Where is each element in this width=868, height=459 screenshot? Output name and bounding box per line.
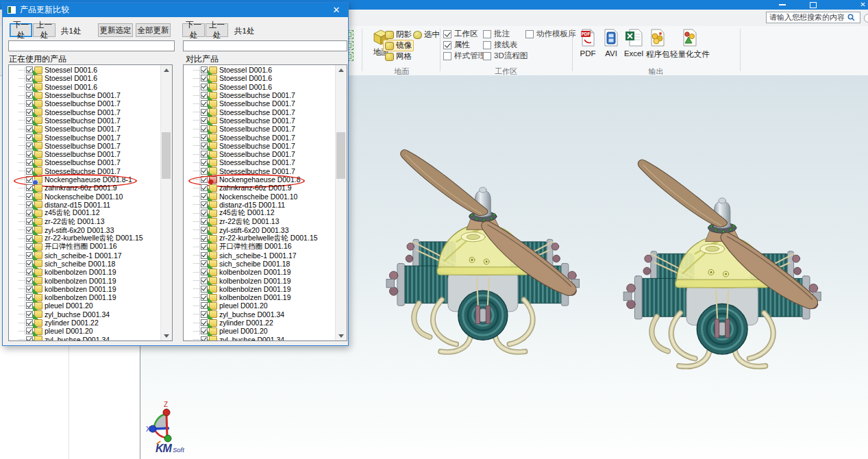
checkbox-properties[interactable]: 属性 [443,40,470,50]
next-change-left-button[interactable]: 下一处 [10,23,32,37]
grid-button[interactable]: 网格 [383,51,414,62]
item-checkbox[interactable] [26,168,33,175]
item-checkbox[interactable] [26,218,33,225]
item-checkbox[interactable] [26,260,33,267]
update-selected-button[interactable]: 更新选定 [98,23,133,37]
item-checkbox[interactable] [201,75,208,82]
item-checkbox[interactable] [201,227,208,234]
tree-item[interactable]: distanz-d15 D001.11 [184,201,336,209]
tree-item[interactable]: Stoesselbuchse D001.7 [184,116,336,125]
item-checkbox[interactable] [201,125,208,132]
item-checkbox[interactable] [26,193,33,200]
tree-item[interactable]: Stoesselbuchse D001.7 [184,99,336,108]
tree-item[interactable]: pleuel D001.20 [184,301,336,310]
item-checkbox[interactable] [201,176,208,183]
dialog-titlebar[interactable]: 产品更新比较 ✕ [3,3,348,17]
scroll-up-button[interactable] [336,65,346,75]
tree-item[interactable]: Stoesselbuchse D001.7 [184,167,336,175]
item-checkbox[interactable] [201,134,208,141]
item-checkbox[interactable] [201,286,208,293]
tree-item[interactable]: zahnkranz-60z D001.9 [184,184,336,192]
item-checkbox[interactable] [201,201,208,208]
tree-item[interactable]: Nockengehaeuse D001.8 [184,175,336,184]
item-checkbox[interactable] [26,184,33,191]
selected-button[interactable]: 选中 [411,29,442,40]
item-checkbox[interactable] [26,235,33,242]
tree-item[interactable]: Stoessel D001.6 [9,66,161,74]
tree-item[interactable]: sich_scheibe-1 D001.17 [184,251,336,260]
tree-list-left[interactable]: Stoessel D001.6 Stoessel D001.6 Stoessel… [8,64,173,341]
checkbox-3d-flowchart[interactable]: 3D流程图 [483,51,528,61]
item-checkbox[interactable] [26,75,33,82]
tree-item[interactable]: zr-22齿轮 D001.13 [184,217,336,225]
tree-item[interactable]: Stoesselbuchse D001.7 [9,99,161,108]
item-checkbox[interactable] [26,210,33,216]
tree-item[interactable]: zyl_buchse D001.34 [9,310,161,319]
item-checkbox[interactable] [26,336,33,341]
item-checkbox[interactable] [201,142,208,149]
tree-item[interactable]: kolbenbolzen D001.19 [9,276,161,284]
tree-item[interactable]: Stoessel D001.6 [184,74,336,82]
tree-item[interactable]: kolbenbolzen D001.19 [184,293,336,301]
item-checkbox[interactable] [26,159,33,166]
search-input[interactable]: 请输入您想搜索的内容 [766,12,860,23]
tree-list-right[interactable]: Stoessel D001.6 Stoessel D001.6 Stoessel… [183,64,347,341]
item-checkbox[interactable] [26,269,33,275]
tree-item[interactable]: Stoesselbuchse D001.7 [184,150,336,158]
item-checkbox[interactable] [26,66,33,73]
help-icon[interactable] [864,14,868,23]
tree-item[interactable]: Stoessel D001.6 [184,83,336,91]
checkbox-annotation[interactable]: 批注 [483,29,510,39]
item-checkbox[interactable] [26,294,33,301]
checkbox-style-manage[interactable]: 样式管理 [443,51,486,61]
mirror-button[interactable]: 镜像 [383,40,414,51]
tree-item[interactable]: zylinder D001.22 [9,319,161,327]
minimize-button[interactable] [775,0,790,10]
dialog-close-icon[interactable]: ✕ [330,3,343,17]
tree-item[interactable]: Nockenscheibe D001.10 [184,192,336,200]
item-checkbox[interactable] [201,100,208,107]
item-checkbox[interactable] [201,184,208,191]
tree-item[interactable]: pleuel D001.20 [9,327,161,335]
tree-item[interactable]: zr-22-kurbelwelle齿轮 D001.15 [184,234,336,243]
tree-item[interactable]: kolbenbolzen D001.19 [184,268,336,276]
tree-item[interactable]: Stoesselbuchse D001.7 [9,133,161,141]
item-checkbox[interactable] [26,311,33,318]
tree-item[interactable]: Stoesselbuchse D001.7 [184,158,336,166]
item-checkbox[interactable] [201,277,208,284]
tree-item[interactable]: sich_scheibe D001.18 [9,260,161,268]
scrollbar-left[interactable] [160,65,172,340]
next-change-right-button[interactable]: 下一处 [182,23,205,37]
item-checkbox[interactable] [26,252,33,259]
tree-item[interactable]: Stoesselbuchse D001.7 [9,116,161,125]
prev-change-left-button[interactable]: 上一处 [33,23,55,37]
checkbox-wiring-table[interactable]: 接线表 [483,40,518,50]
tree-item[interactable]: Nockengehaeuse D001.8-1 [9,175,161,184]
tree-item[interactable]: Stoesselbuchse D001.7 [184,133,336,141]
tree-item[interactable]: zylinder D001.22 [184,319,336,327]
item-checkbox[interactable] [201,218,208,225]
tree-item[interactable]: zyl-stift-6x20 D001.33 [184,226,336,234]
tree-item[interactable]: zyl_buchse D001.34 [184,310,336,319]
tree-item[interactable]: kolbenbolzen D001.19 [9,285,161,293]
filter-input-left[interactable] [8,40,175,51]
tree-item[interactable]: Stoessel D001.6 [9,74,161,82]
tree-item[interactable]: Stoesselbuchse D001.7 [9,108,161,116]
tree-item[interactable]: pleuel D001.20 [9,301,161,310]
tree-item[interactable]: pleuel D001.20 [184,327,336,335]
checkbox-action-template[interactable]: 动作模板库 [525,29,576,39]
item-checkbox[interactable] [201,84,208,90]
item-checkbox[interactable] [26,109,33,116]
tree-item[interactable]: Stoesselbuchse D001.7 [184,91,336,99]
scrollbar-thumb[interactable] [336,132,345,179]
tree-item[interactable]: zyl-stift-6x20 D001.33 [9,226,161,234]
item-checkbox[interactable] [26,227,33,234]
update-all-button[interactable]: 全部更新 [136,23,171,37]
close-button[interactable]: ✕ [858,0,868,10]
item-checkbox[interactable] [26,319,33,326]
tree-item[interactable]: Stoesselbuchse D001.7 [184,108,336,116]
tree-item[interactable]: distanz-d15 D001.11 [9,201,161,209]
scrollbar-thumb[interactable] [162,132,171,179]
prev-change-right-button[interactable]: 上一处 [206,23,228,37]
item-checkbox[interactable] [201,269,208,275]
